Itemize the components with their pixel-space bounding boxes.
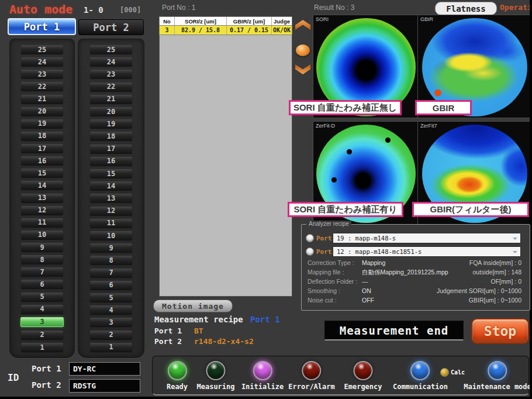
id-port2-field[interactable]: RDSTG (69, 379, 140, 393)
slot-button-port2-5[interactable]: 5 (90, 293, 132, 302)
cell-gbir: 0.17 / 0.15 (227, 26, 272, 35)
slot-button-port1-15[interactable]: 15 (21, 168, 63, 177)
analyzer-port2-radio[interactable] (306, 247, 314, 256)
slot-button-port1-24[interactable]: 24 (21, 57, 63, 66)
analyzer-port1-radio[interactable] (306, 234, 314, 242)
tab-port-2[interactable]: Port 2 (78, 19, 144, 35)
slot-button-port1-7[interactable]: 7 (21, 267, 63, 276)
slot-button-port2-3[interactable]: 3 (90, 318, 132, 326)
maintenance-mode-lamp-icon (488, 361, 507, 380)
id-port2-label: Port 2 (32, 380, 61, 390)
slot-button-port2-20[interactable]: 20 (90, 107, 132, 116)
slot-button-port2-8[interactable]: 8 (90, 256, 132, 264)
scroll-down-button[interactable] (295, 64, 310, 74)
slot-button-port2-6[interactable]: 6 (90, 281, 132, 290)
slot-button-port1-16[interactable]: 16 (21, 156, 63, 165)
map-title-gbir: GBIR (420, 16, 433, 22)
tab-port-1[interactable]: Port 1 (8, 18, 76, 35)
map-title-sori: SORI (316, 16, 329, 22)
caption-sori-uncorrected: SORI 自重たわみ補正無し (289, 100, 402, 115)
slot-button-port1-23[interactable]: 23 (21, 70, 63, 78)
error-alarm-lamp-icon (302, 361, 321, 380)
slot-button-port2-21[interactable]: 21 (90, 95, 132, 104)
scroll-handle[interactable] (296, 44, 310, 56)
error-alarm-lamp-label: Error/Alarm (288, 383, 334, 391)
slot-button-port2-7[interactable]: 7 (90, 269, 132, 277)
measurement-port1-recipe: BT (194, 326, 203, 335)
slot-button-port2-19[interactable]: 19 (90, 119, 132, 128)
slot-button-port2-16[interactable]: 16 (90, 157, 132, 166)
motion-image-button[interactable]: Motion image (153, 300, 233, 312)
slot-button-port1-8[interactable]: 8 (21, 255, 63, 264)
slot-button-port2-2[interactable]: 2 (90, 331, 132, 339)
slot-button-port2-9[interactable]: 9 (90, 243, 132, 252)
noise-cut-value: OFF (362, 297, 374, 304)
map-title-zerfit7: ZerFit7 (420, 123, 437, 129)
slot-button-port1-19[interactable]: 19 (21, 119, 63, 128)
slot-button-port1-11[interactable]: 11 (21, 218, 63, 227)
slot-button-port2-12[interactable]: 12 (90, 207, 132, 215)
slot-button-port1-9[interactable]: 9 (21, 243, 63, 252)
analyzer-port2-recipe-dropdown[interactable]: 12 : mapp-m148-mc1851-s (333, 246, 521, 257)
id-port1-label: Port 1 (32, 364, 61, 373)
slot-button-port1-1[interactable]: 1 (21, 343, 63, 352)
smoothing-label: Smoothing : (308, 287, 340, 294)
analyzer-port1-recipe-dropdown[interactable]: 19 : mapp-m148-s (333, 233, 521, 243)
slot-button-port2-1[interactable]: 1 (90, 343, 132, 352)
slot-button-port2-22[interactable]: 22 (90, 82, 132, 91)
analyzer-recipe-title: Analyzer recipe (306, 221, 351, 227)
slot-button-port1-25[interactable]: 25 (21, 45, 63, 54)
flatness-button[interactable]: Flatness (435, 2, 497, 15)
measurement-recipe-port: Port 1 (250, 315, 280, 324)
slot-button-port1-10[interactable]: 10 (21, 231, 63, 239)
id-port1-field[interactable]: DY-RC (69, 362, 140, 376)
slot-button-port1-6[interactable]: 6 (21, 280, 63, 288)
smoothing-value: ON (362, 287, 371, 294)
slot-button-port2-25[interactable]: 25 (90, 45, 132, 54)
caption-sori-corrected: SORI 自重たわみ補正有り (288, 202, 403, 217)
port-no-label: Port No : 1 (162, 4, 195, 12)
slot-button-port2-11[interactable]: 11 (90, 219, 132, 228)
slot-button-port1-20[interactable]: 20 (21, 107, 63, 116)
stop-button[interactable]: Stop (471, 318, 529, 344)
slot-button-port1-3[interactable]: 3 (20, 317, 64, 327)
of-value: OF[mm] : 0 (491, 278, 522, 285)
slot-button-port1-18[interactable]: 18 (21, 132, 63, 140)
counter-sub-value: [000] (120, 6, 141, 14)
initialize-lamp-label: Initialize (241, 383, 284, 391)
slot-button-port1-4[interactable]: 4 (21, 305, 63, 314)
table-row[interactable]: 3 82.9 / 15.8 0.17 / 0.15 OK/OK (159, 26, 292, 35)
slot-button-port1-21[interactable]: 21 (21, 95, 63, 104)
slot-button-port1-12[interactable]: 12 (21, 206, 63, 215)
measurement-port1-label: Port 1 (154, 326, 182, 335)
slot-button-port1-14[interactable]: 14 (21, 181, 63, 190)
slot-button-port1-2[interactable]: 2 (21, 331, 63, 339)
measurement-status-display: Measurement end (324, 321, 464, 340)
operation-button[interactable]: Operation (500, 3, 532, 12)
slot-button-port1-17[interactable]: 17 (21, 144, 63, 153)
fqa-inside-value: FQA inside[mm] : 0 (469, 259, 521, 266)
scroll-up-button[interactable] (295, 20, 310, 30)
measurement-port2-label: Port 2 (154, 337, 182, 346)
noise-cut-label: Noise cut : (308, 297, 337, 304)
slot-button-port2-4[interactable]: 4 (90, 305, 132, 314)
slot-button-port1-13[interactable]: 13 (21, 194, 63, 202)
lamp-maintenance-mode: Maintenance mode (464, 361, 531, 391)
slot-button-port2-18[interactable]: 18 (90, 132, 132, 140)
ready-lamp-label: Ready (167, 383, 188, 391)
slot-button-port2-23[interactable]: 23 (90, 70, 132, 78)
slot-button-port2-24[interactable]: 24 (90, 57, 132, 66)
map-title-zerfit-d: ZerFit-D (316, 123, 335, 129)
slot-button-port2-15[interactable]: 15 (90, 169, 132, 178)
slot-button-port2-14[interactable]: 14 (90, 181, 132, 190)
lamp-error-alarm: Error/Alarm (288, 361, 334, 391)
slot-button-port2-17[interactable]: 17 (90, 145, 132, 153)
slot-button-port1-22[interactable]: 22 (21, 82, 63, 91)
result-list-empty-area (159, 35, 292, 297)
slot-button-port1-5[interactable]: 5 (21, 293, 63, 301)
slot-button-port2-13[interactable]: 13 (90, 194, 132, 202)
slot-column-port2: 2524232221201918171615141312111098765432… (78, 39, 144, 358)
fqa-outside-value: outside[mm] : 148 (473, 269, 521, 276)
slot-button-port2-10[interactable]: 10 (90, 231, 132, 240)
col-header-no: No (160, 17, 175, 25)
